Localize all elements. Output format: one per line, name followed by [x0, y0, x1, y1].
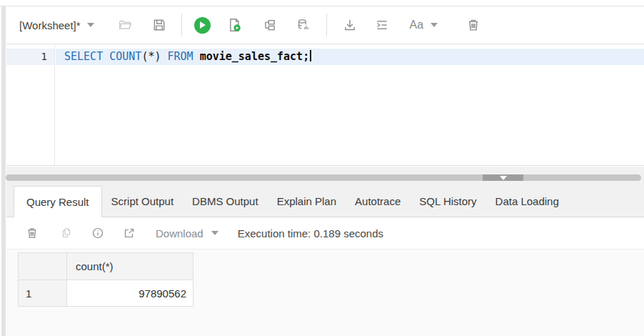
count-value-cell[interactable]: 97890562 — [67, 280, 193, 307]
editor-code-area[interactable]: SELECT COUNT(*) FROM movie_sales_fact; — [56, 45, 644, 165]
count-column-header[interactable]: count(*) — [67, 253, 193, 280]
line-number: 1 — [6, 49, 54, 65]
download-icon[interactable] — [343, 18, 357, 32]
clear-worksheet-icon[interactable] — [466, 18, 481, 32]
table-header-row: count(*) — [19, 253, 193, 280]
sql-token-identifier: movie_sales_fact; — [200, 50, 310, 63]
tab-explain-plan[interactable]: Explain Plan — [268, 187, 346, 217]
splitter-area — [6, 167, 644, 187]
sql-token-plain — [193, 50, 200, 63]
tab-data-loading[interactable]: Data Loading — [486, 187, 568, 217]
download-caret-icon[interactable] — [211, 231, 218, 235]
run-statement-icon[interactable] — [194, 17, 211, 34]
horizontal-splitter-bar[interactable] — [6, 174, 641, 181]
toolbar-separator — [326, 14, 327, 36]
worksheet-toolbar: [Worksheet]* — [6, 6, 644, 44]
left-panel-splitter[interactable] — [1, 6, 6, 336]
format-icon[interactable] — [375, 18, 389, 32]
sql-token-keyword: COUNT — [109, 50, 141, 63]
sql-token-plain — [103, 50, 109, 63]
copy-icon[interactable] — [60, 227, 73, 239]
save-icon[interactable] — [152, 18, 166, 32]
sql-statement-line[interactable]: SELECT COUNT(*) FROM movie_sales_fact; — [56, 49, 644, 65]
splitter-collapse-handle[interactable] — [483, 174, 523, 181]
open-in-new-icon[interactable] — [123, 227, 136, 239]
query-result-toolbar: Download Execution time: 0.189 seconds — [6, 217, 644, 249]
sql-worksheet-window: [Worksheet]* — [0, 0, 644, 336]
tab-script-output[interactable]: Script Output — [102, 187, 183, 217]
execution-time-label: Execution time: 0.189 seconds — [238, 227, 383, 239]
discard-result-icon[interactable] — [26, 227, 39, 239]
result-grid-area: count(*) 1 97890562 — [6, 249, 644, 336]
toolbar-separator — [181, 14, 182, 36]
row-number-cell[interactable]: 1 — [19, 280, 67, 307]
editor-gutter: 1 — [6, 45, 55, 165]
worksheet-menu-caret-icon[interactable] — [87, 23, 94, 27]
open-folder-icon[interactable] — [118, 18, 132, 32]
result-table: count(*) 1 97890562 — [18, 252, 193, 307]
tab-dbms-output[interactable]: DBMS Output — [183, 187, 268, 217]
autotrace-icon[interactable] — [296, 18, 311, 32]
text-size-icon[interactable]: Aa — [410, 19, 424, 31]
info-icon[interactable] — [91, 227, 104, 239]
sql-token-keyword: FROM — [168, 50, 193, 63]
worksheet-title[interactable]: [Worksheet]* — [19, 19, 81, 31]
sql-tokens: SELECT COUNT(*) FROM movie_sales_fact; — [64, 50, 309, 63]
run-script-icon[interactable] — [228, 18, 242, 32]
table-row[interactable]: 1 97890562 — [19, 280, 193, 307]
collapse-down-icon — [500, 176, 507, 180]
text-cursor — [310, 50, 311, 61]
sql-token-keyword: SELECT — [64, 50, 103, 63]
download-menu[interactable]: Download — [156, 227, 203, 239]
row-number-header[interactable] — [19, 253, 67, 280]
explain-plan-icon[interactable] — [263, 18, 277, 32]
tab-query-result[interactable]: Query Result — [14, 186, 102, 217]
sql-token-plain — [161, 50, 167, 63]
result-tab-bar: Query ResultScript OutputDBMS OutputExpl… — [6, 187, 644, 217]
text-size-caret-icon[interactable] — [431, 23, 438, 27]
sql-editor[interactable]: 1 SELECT COUNT(*) FROM movie_sales_fact; — [6, 45, 644, 166]
sql-token-plain: (*) — [141, 50, 161, 63]
tab-sql-history[interactable]: SQL History — [410, 187, 485, 217]
tab-autotrace[interactable]: Autotrace — [346, 187, 410, 217]
play-icon — [200, 21, 206, 29]
